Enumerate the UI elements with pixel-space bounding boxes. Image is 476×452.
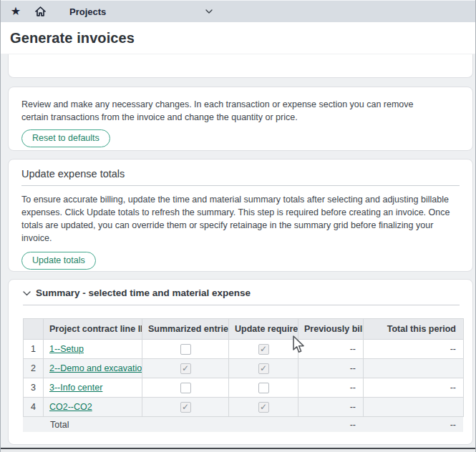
update-required-checkbox[interactable]: [258, 363, 269, 374]
summarized-entries-checkbox[interactable]: [180, 363, 191, 374]
chevron-down-icon: [23, 291, 31, 296]
update-required-checkbox[interactable]: [258, 402, 269, 413]
update-totals-instructions-text: To ensure accurate billing, update the t…: [21, 193, 451, 245]
app-window: ★ Projects Generate invoices Review and …: [0, 0, 476, 452]
total-this-period-value: --: [364, 378, 464, 398]
application-dropdown-label: Projects: [69, 6, 106, 17]
table-row: 3 3--Info center -- --: [24, 378, 464, 398]
top-nav-bar: ★ Projects: [1, 0, 475, 22]
total-this-period: --: [363, 420, 463, 430]
total-this-period-value: --: [364, 340, 464, 359]
update-expense-totals-heading: Update expense totals: [21, 168, 460, 186]
row-number: 4: [24, 398, 44, 417]
summary-table-header-row: Project contract line ID Summarized entr…: [24, 319, 464, 340]
scrolled-card-partial: [8, 54, 473, 78]
update-required-checkbox[interactable]: [258, 344, 269, 355]
summarized-entries-checkbox[interactable]: [180, 402, 191, 413]
total-this-period-value: [364, 359, 464, 378]
update-totals-button[interactable]: Update totals: [21, 252, 96, 270]
summary-section-card: Summary - selected time and material exp…: [8, 279, 473, 445]
contract-line-link[interactable]: 2--Demo and excavation: [49, 363, 142, 373]
summarized-entries-checkbox[interactable]: [180, 383, 191, 393]
previously-billed-value: --: [298, 378, 364, 398]
previously-billed-value: --: [298, 398, 364, 417]
favorites-star-icon[interactable]: ★: [9, 5, 22, 18]
contract-line-link[interactable]: CO2--CO2: [49, 402, 92, 412]
review-instructions-text: Review and make any necessary changes. I…: [21, 98, 422, 124]
contract-line-link[interactable]: 3--Info center: [49, 383, 102, 393]
application-dropdown[interactable]: Projects: [69, 1, 213, 22]
column-header-total-this-period: Total this period: [364, 319, 464, 340]
row-number-column-header: [24, 319, 44, 340]
previously-billed-value: --: [298, 340, 364, 359]
column-header-summarized-entries: Summarized entries: [142, 319, 229, 340]
summary-table: Project contract line ID Summarized entr…: [23, 318, 464, 417]
update-expense-totals-card: Update expense totals To ensure accurate…: [8, 159, 473, 272]
total-label: Total: [23, 420, 298, 430]
page-title: Generate invoices: [10, 30, 135, 46]
table-row: 1 1--Setup -- --: [24, 340, 464, 359]
summarized-entries-checkbox[interactable]: [180, 344, 191, 355]
column-header-previously-billed: Previously billed: [298, 319, 364, 340]
review-section-card: Review and make any necessary changes. I…: [8, 87, 473, 151]
chevron-down-icon: [205, 9, 213, 14]
home-icon[interactable]: [34, 5, 47, 18]
column-header-project-contract-line-id: Project contract line ID: [44, 319, 142, 340]
previously-billed-value: --: [298, 359, 364, 378]
summary-section-heading: Summary - selected time and material exp…: [36, 288, 251, 298]
table-row: 4 CO2--CO2 --: [24, 398, 464, 417]
total-this-period-value: [364, 398, 464, 417]
summary-section-toggle[interactable]: Summary - selected time and material exp…: [23, 288, 460, 305]
page-header: Generate invoices: [1, 22, 475, 54]
total-previously-billed: --: [298, 420, 363, 430]
reset-to-defaults-button[interactable]: Reset to defaults: [21, 129, 110, 147]
column-header-update-required: Update required: [229, 319, 298, 340]
row-number: 1: [24, 340, 44, 359]
update-required-checkbox[interactable]: [258, 383, 269, 393]
contract-line-link[interactable]: 1--Setup: [49, 344, 84, 354]
table-row: 2 2--Demo and excavation --: [24, 359, 464, 378]
window-bottom-border: [1, 447, 475, 452]
table-total-row: Total -- --: [23, 417, 463, 432]
row-number: 3: [24, 378, 44, 398]
row-number: 2: [24, 359, 44, 378]
